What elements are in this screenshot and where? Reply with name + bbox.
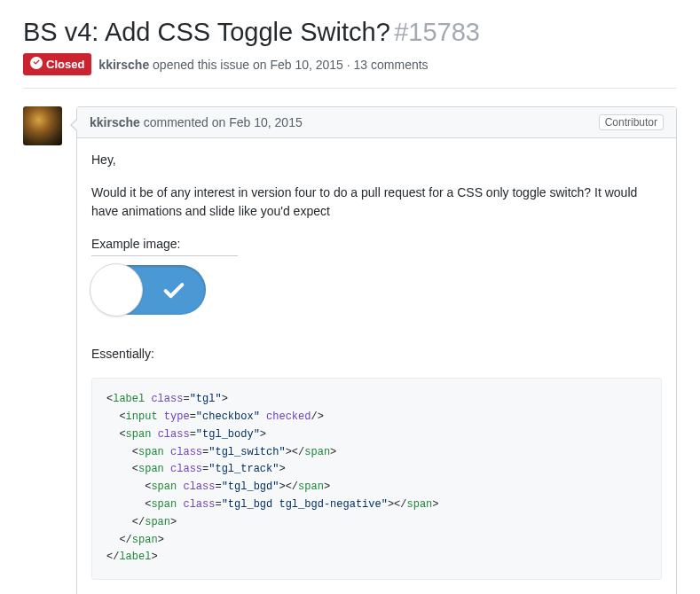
issue-opened-text: opened this issue on Feb 10, 2015 · 13 c… (149, 58, 428, 72)
issue-meta-row: Closed kkirsche opened this issue on Feb… (23, 53, 677, 89)
issue-author-link[interactable]: kkirsche (98, 58, 149, 72)
comment-timestamp: commented on Feb 10, 2015 (140, 115, 303, 129)
state-badge-closed: Closed (23, 53, 91, 75)
essentially-label: Essentially: (91, 345, 662, 363)
comment-box: kkirsche commented on Feb 10, 2015 Contr… (76, 106, 677, 594)
comment-byline: kkirsche commented on Feb 10, 2015 (90, 115, 303, 129)
comment-author-link[interactable]: kkirsche (90, 115, 140, 129)
issue-number: #15783 (394, 18, 480, 46)
code-block: <label class="tgl"> <input type="checkbo… (91, 378, 662, 580)
issue-title: BS v4: Add CSS Toggle Switch? (23, 18, 390, 46)
issue-title-row: BS v4: Add CSS Toggle Switch? #15783 (23, 16, 677, 48)
toggle-knob (90, 263, 143, 317)
check-icon (161, 277, 186, 302)
body-paragraph: Would it be of any interest in version f… (91, 184, 662, 221)
toggle-switch (91, 265, 206, 315)
timeline: kkirsche commented on Feb 10, 2015 Contr… (23, 106, 677, 594)
example-caption: Example image: (91, 235, 238, 256)
comment-header: kkirsche commented on Feb 10, 2015 Contr… (77, 107, 676, 138)
state-label: Closed (46, 58, 84, 71)
toggle-example-figure (91, 265, 662, 315)
closed-icon (30, 57, 43, 72)
avatar[interactable] (23, 106, 62, 145)
issue-byline: kkirsche opened this issue on Feb 10, 20… (98, 58, 428, 72)
comment-body: Hey, Would it be of any interest in vers… (77, 138, 676, 594)
contributor-badge: Contributor (599, 114, 664, 130)
greeting-text: Hey, (91, 151, 662, 169)
